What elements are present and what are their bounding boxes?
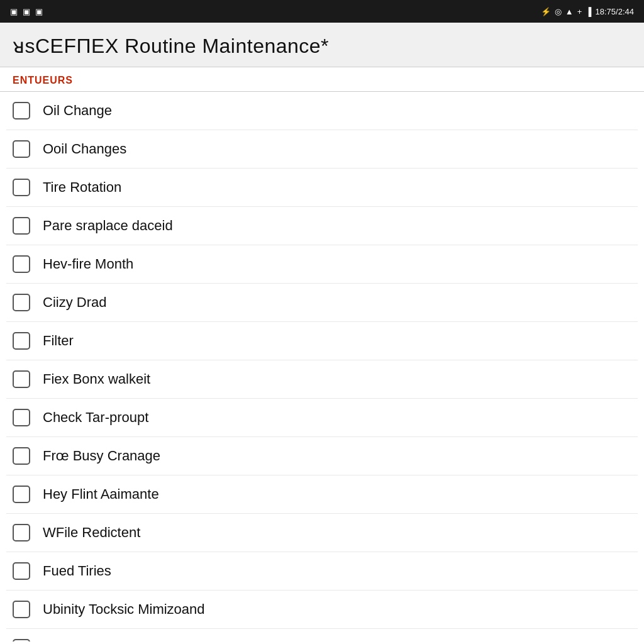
section-label-text: ENTUEURS bbox=[13, 75, 73, 86]
icon-menu: ▣ bbox=[10, 7, 18, 16]
list-item[interactable]: Tire Rotation bbox=[6, 169, 638, 207]
icon-box: ▣ bbox=[35, 7, 43, 16]
list-item[interactable]: WFile Redictent bbox=[6, 514, 638, 552]
app-header: ᴚsCEFΠEX Routine Maintenance* bbox=[0, 23, 644, 67]
checkbox-item-13[interactable] bbox=[13, 562, 30, 580]
time-display: 18:75/2:44 bbox=[596, 7, 634, 16]
checkbox-item-15[interactable] bbox=[13, 639, 30, 641]
item-label-4: Pare sraplace daceid bbox=[43, 218, 173, 234]
list-item[interactable]: Singsic Aseetainelt bbox=[6, 629, 638, 641]
checkbox-item-5[interactable] bbox=[13, 255, 30, 273]
checkbox-item-10[interactable] bbox=[13, 447, 30, 465]
item-label-1: Oil Change bbox=[43, 103, 112, 119]
checkbox-item-7[interactable] bbox=[13, 332, 30, 350]
list-item[interactable]: Fiex Bonx walkeit bbox=[6, 360, 638, 399]
bluetooth-icon: ⚡ bbox=[541, 7, 551, 16]
checkbox-item-3[interactable] bbox=[13, 179, 30, 196]
item-label-12: WFile Redictent bbox=[43, 525, 140, 541]
checkbox-item-9[interactable] bbox=[13, 409, 30, 426]
item-label-3: Tire Rotation bbox=[43, 179, 121, 196]
plus-icon: + bbox=[577, 7, 582, 16]
item-label-6: Ciizy Drad bbox=[43, 294, 106, 311]
list-item[interactable]: Frœ Busy Cranage bbox=[6, 437, 638, 475]
checkbox-item-12[interactable] bbox=[13, 524, 30, 541]
list-item[interactable]: Hev-fire Month bbox=[6, 245, 638, 284]
page-title: ᴚsCEFΠEX Routine Maintenance* bbox=[13, 34, 631, 58]
item-label-9: Check Tar-proupt bbox=[43, 409, 148, 426]
item-label-7: Filter bbox=[43, 333, 74, 349]
maintenance-list: Oil ChangeOoil ChangesTire RotationPare … bbox=[0, 92, 644, 641]
list-item[interactable]: Fued Tiries bbox=[6, 552, 638, 591]
list-item[interactable]: Ooil Changes bbox=[6, 130, 638, 169]
icon-grid: ▣ bbox=[23, 7, 30, 16]
list-item[interactable]: Check Tar-proupt bbox=[6, 399, 638, 437]
item-label-11: Hey Flint Aaimante bbox=[43, 486, 159, 502]
checkbox-item-2[interactable] bbox=[13, 140, 30, 158]
section-header: ENTUEURS bbox=[0, 67, 644, 92]
list-item[interactable]: Hey Flint Aaimante bbox=[6, 475, 638, 514]
list-item[interactable]: Ubinity Tocksic Mimizoand bbox=[6, 591, 638, 629]
list-item[interactable]: Oil Change bbox=[6, 92, 638, 130]
checkbox-item-4[interactable] bbox=[13, 217, 30, 235]
checkbox-item-8[interactable] bbox=[13, 370, 30, 388]
battery-icon: ▐ bbox=[586, 7, 591, 16]
item-label-15: Singsic Aseetainelt bbox=[43, 640, 159, 641]
checkbox-item-6[interactable] bbox=[13, 294, 30, 311]
list-item[interactable]: Filter bbox=[6, 322, 638, 360]
checkbox-item-1[interactable] bbox=[13, 102, 30, 119]
item-label-8: Fiex Bonx walkeit bbox=[43, 371, 150, 387]
wifi-icon: ▲ bbox=[565, 7, 574, 16]
checkbox-item-11[interactable] bbox=[13, 486, 30, 503]
list-item[interactable]: Pare sraplace daceid bbox=[6, 207, 638, 245]
list-item[interactable]: Ciizy Drad bbox=[6, 284, 638, 322]
item-label-10: Frœ Busy Cranage bbox=[43, 448, 160, 464]
item-label-5: Hev-fire Month bbox=[43, 256, 133, 272]
status-bar-right: ⚡ ◎ ▲ + ▐ 18:75/2:44 bbox=[541, 7, 634, 16]
status-bar: ▣ ▣ ▣ ⚡ ◎ ▲ + ▐ 18:75/2:44 bbox=[0, 0, 644, 23]
item-label-2: Ooil Changes bbox=[43, 141, 126, 157]
item-label-13: Fued Tiries bbox=[43, 563, 111, 579]
checkbox-item-14[interactable] bbox=[13, 601, 30, 618]
status-bar-left: ▣ ▣ ▣ bbox=[10, 7, 43, 16]
item-label-14: Ubinity Tocksic Mimizoand bbox=[43, 601, 205, 618]
alarm-icon: ◎ bbox=[555, 7, 562, 16]
